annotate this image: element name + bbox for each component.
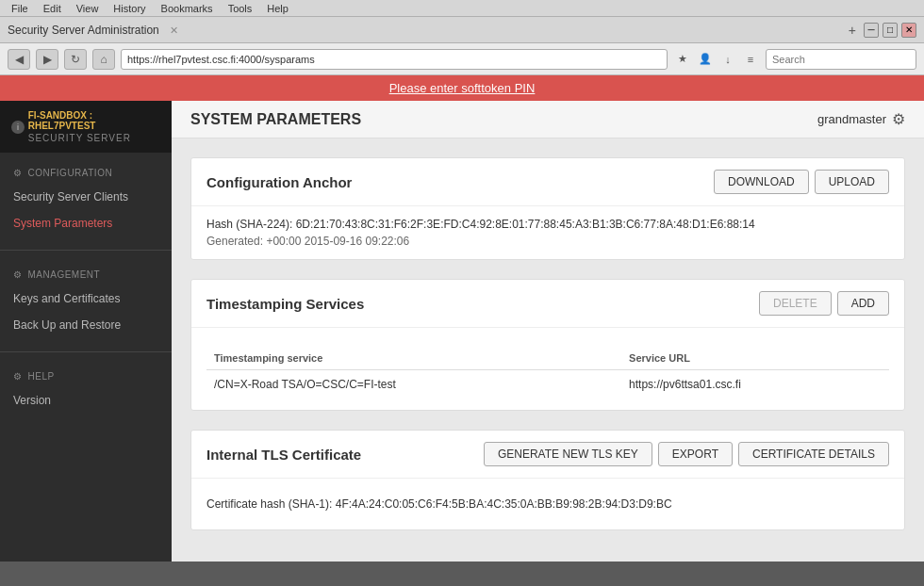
certificate-hash: Certificate hash (SHA-1): 4F:4A:24:C0:05… [206, 490, 889, 518]
page-title: SYSTEM PARAMETERS [190, 111, 361, 128]
reload-button[interactable]: ↻ [64, 49, 87, 70]
menu-file[interactable]: File [4, 3, 36, 14]
sidebar-item-system-parameters[interactable]: System Parameters [0, 210, 172, 236]
configuration-anchor-header: Configuration Anchor DOWNLOAD UPLOAD [191, 158, 904, 206]
service-name: /CN=X-Road TSA/O=CSC/C=FI-test [206, 370, 621, 399]
delete-button[interactable]: DELETE [759, 291, 832, 316]
sidebar-divider-1 [0, 250, 172, 251]
configuration-anchor-generated: Generated: +00:00 2015-09-16 09:22:06 [206, 235, 889, 248]
tab[interactable]: Security Server Administration ✕ [8, 24, 841, 37]
user-settings-icon[interactable]: ⚙ [892, 110, 905, 128]
sidebar-item-keys-certs[interactable]: Keys and Certificates [0, 285, 172, 312]
configuration-anchor-hash: Hash (SHA-224): 6D:21:70:43:8C:31:F6:2F:… [206, 218, 889, 231]
timestamping-card: Timestamping Services DELETE ADD Timesta… [190, 279, 905, 411]
back-button[interactable]: ◀ [8, 49, 30, 70]
col-service: Timestamping service [206, 347, 621, 370]
service-url: https://pv6ttsa01.csc.fi [621, 370, 889, 399]
nav-icons: ★ 👤 ↓ ≡ [673, 50, 760, 69]
menu-bookmarks[interactable]: Bookmarks [154, 3, 221, 14]
add-button[interactable]: ADD [837, 291, 889, 316]
tls-certificate-title: Internal TLS Certificate [206, 447, 361, 463]
bookmark-icon[interactable]: ★ [673, 50, 692, 69]
configuration-anchor-card: Configuration Anchor DOWNLOAD UPLOAD Has… [190, 157, 905, 260]
main-header: SYSTEM PARAMETERS grandmaster ⚙ [172, 101, 924, 138]
sidebar-instance: FI-SANDBOX : RHEL7PVTEST [28, 110, 160, 131]
sidebar-section-help: ⚙ HELP Version [0, 356, 172, 423]
export-button[interactable]: EXPORT [658, 442, 733, 466]
window-controls: ─ □ ✕ [864, 23, 916, 38]
address-bar[interactable] [127, 54, 661, 65]
sidebar-section-title-management: ⚙ MANAGEMENT [0, 264, 172, 285]
section-icon-help: ⚙ [13, 371, 23, 382]
minimize-button[interactable]: ─ [864, 23, 879, 38]
profile-icon[interactable]: 👤 [696, 50, 715, 69]
certificate-details-button[interactable]: CERTIFICATE DETAILS [738, 442, 889, 466]
menu-bar: File Edit View History Bookmarks Tools H… [0, 0, 924, 17]
title-bar: Security Server Administration ✕ + ─ □ ✕ [0, 17, 924, 43]
tls-certificate-actions: GENERATE NEW TLS KEY EXPORT CERTIFICATE … [484, 442, 889, 466]
sidebar-item-version[interactable]: Version [0, 387, 172, 414]
menu-history[interactable]: History [106, 3, 153, 14]
sidebar-section-configuration: ⚙ CONFIGURATION Security Server Clients … [0, 153, 172, 246]
timestamping-table-body: /CN=X-Road TSA/O=CSC/C=FI-test https://p… [206, 370, 889, 399]
table-row: /CN=X-Road TSA/O=CSC/C=FI-test https://p… [206, 370, 889, 399]
timestamping-title: Timestamping Services [206, 296, 364, 312]
home-button[interactable]: ⌂ [92, 49, 115, 70]
alert-bar: Please enter softtoken PIN [0, 75, 924, 101]
settings-nav-icon[interactable]: ≡ [741, 50, 760, 69]
alert-link[interactable]: Please enter softtoken PIN [389, 81, 536, 95]
info-icon: i [11, 121, 25, 134]
address-bar-wrapper [121, 49, 668, 70]
sidebar-section-management: ⚙ MANAGEMENT Keys and Certificates Back … [0, 254, 172, 348]
configuration-anchor-body: Hash (SHA-224): 6D:21:70:43:8C:31:F6:2F:… [191, 206, 904, 259]
sidebar-section-title-help: ⚙ HELP [0, 366, 172, 387]
section-icon-management: ⚙ [13, 269, 23, 280]
timestamping-header: Timestamping Services DELETE ADD [191, 280, 904, 328]
forward-button[interactable]: ▶ [36, 49, 58, 70]
new-tab-button[interactable]: + [849, 23, 856, 38]
timestamping-table-head: Timestamping service Service URL [206, 347, 889, 370]
sidebar-item-backup-restore[interactable]: Back Up and Restore [0, 312, 172, 338]
app-container: Please enter softtoken PIN i FI-SANDBOX … [0, 75, 924, 562]
sidebar-header: i FI-SANDBOX : RHEL7PVTEST SECURITY SERV… [0, 101, 172, 153]
search-bar-wrapper [766, 49, 916, 70]
col-url: Service URL [621, 347, 889, 370]
generate-tls-button[interactable]: GENERATE NEW TLS KEY [484, 442, 652, 466]
sidebar-item-security-clients[interactable]: Security Server Clients [0, 184, 172, 210]
section-icon-configuration: ⚙ [13, 168, 23, 178]
menu-edit[interactable]: Edit [36, 3, 69, 14]
sidebar-divider-2 [0, 351, 172, 352]
configuration-anchor-title: Configuration Anchor [206, 174, 352, 190]
content-area: Configuration Anchor DOWNLOAD UPLOAD Has… [172, 138, 924, 549]
tls-certificate-card: Internal TLS Certificate GENERATE NEW TL… [190, 430, 905, 530]
main-content: SYSTEM PARAMETERS grandmaster ⚙ Configur… [172, 101, 924, 562]
username: grandmaster [817, 112, 886, 126]
tab-close[interactable]: ✕ [170, 24, 178, 36]
search-input[interactable] [772, 54, 910, 65]
sidebar-server-label: SECURITY SERVER [28, 133, 160, 143]
tls-certificate-header: Internal TLS Certificate GENERATE NEW TL… [191, 431, 904, 479]
timestamping-table: Timestamping service Service URL /CN=X-R… [206, 347, 889, 399]
sidebar: i FI-SANDBOX : RHEL7PVTEST SECURITY SERV… [0, 101, 172, 562]
user-area: grandmaster ⚙ [817, 110, 905, 128]
tls-certificate-body: Certificate hash (SHA-1): 4F:4A:24:C0:05… [191, 479, 904, 529]
nav-bar: ◀ ▶ ↻ ⌂ ★ 👤 ↓ ≡ [0, 43, 924, 75]
close-button[interactable]: ✕ [901, 23, 916, 38]
timestamping-body: Timestamping service Service URL /CN=X-R… [191, 328, 904, 410]
menu-view[interactable]: View [69, 3, 107, 14]
main-layout: i FI-SANDBOX : RHEL7PVTEST SECURITY SERV… [0, 101, 924, 562]
menu-tools[interactable]: Tools [221, 3, 260, 14]
sidebar-section-title-configuration: ⚙ CONFIGURATION [0, 162, 172, 184]
menu-help[interactable]: Help [259, 3, 296, 14]
download-button[interactable]: DOWNLOAD [714, 170, 809, 194]
configuration-anchor-actions: DOWNLOAD UPLOAD [714, 170, 889, 194]
upload-button[interactable]: UPLOAD [815, 170, 889, 194]
timestamping-actions: DELETE ADD [759, 291, 889, 316]
download-icon[interactable]: ↓ [718, 50, 737, 69]
maximize-button[interactable]: □ [883, 23, 898, 38]
